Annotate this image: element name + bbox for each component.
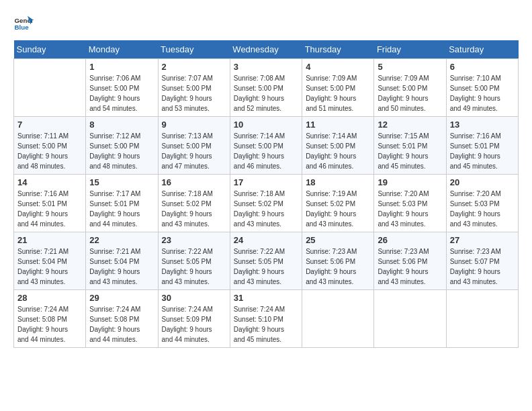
- day-number: 7: [17, 120, 82, 130]
- calendar-cell: 7Sunrise: 7:11 AM Sunset: 5:00 PM Daylig…: [14, 117, 86, 175]
- day-info: Sunrise: 7:21 AM Sunset: 5:04 PM Dayligh…: [89, 246, 154, 287]
- day-number: 22: [89, 235, 154, 245]
- day-number: 21: [17, 235, 82, 245]
- day-number: 23: [162, 235, 226, 245]
- page-header: General Blue: [13, 13, 519, 34]
- calendar-cell: 1Sunrise: 7:06 AM Sunset: 5:00 PM Daylig…: [86, 59, 158, 117]
- calendar-cell: [14, 59, 86, 117]
- day-number: 30: [162, 293, 226, 303]
- day-info: Sunrise: 7:18 AM Sunset: 5:02 PM Dayligh…: [162, 189, 226, 229]
- day-info: Sunrise: 7:16 AM Sunset: 5:01 PM Dayligh…: [450, 131, 515, 171]
- day-info: Sunrise: 7:08 AM Sunset: 5:00 PM Dayligh…: [234, 73, 298, 113]
- day-number: 5: [378, 62, 442, 72]
- day-number: 1: [89, 62, 154, 72]
- day-number: 17: [234, 177, 298, 187]
- calendar-cell: 8Sunrise: 7:12 AM Sunset: 5:00 PM Daylig…: [86, 117, 158, 175]
- day-info: Sunrise: 7:24 AM Sunset: 5:08 PM Dayligh…: [17, 304, 82, 345]
- day-info: Sunrise: 7:18 AM Sunset: 5:02 PM Dayligh…: [234, 189, 298, 229]
- calendar-cell: 5Sunrise: 7:09 AM Sunset: 5:00 PM Daylig…: [374, 59, 446, 117]
- day-number: 16: [162, 177, 226, 187]
- calendar-cell: 9Sunrise: 7:13 AM Sunset: 5:00 PM Daylig…: [158, 117, 230, 175]
- calendar-cell: 6Sunrise: 7:10 AM Sunset: 5:00 PM Daylig…: [446, 59, 518, 117]
- day-info: Sunrise: 7:14 AM Sunset: 5:00 PM Dayligh…: [306, 131, 370, 171]
- day-info: Sunrise: 7:15 AM Sunset: 5:01 PM Dayligh…: [378, 131, 442, 171]
- weekday-header-thursday: Thursday: [302, 40, 374, 59]
- weekday-header-tuesday: Tuesday: [158, 40, 230, 59]
- day-number: 12: [378, 120, 442, 130]
- day-number: 29: [89, 293, 154, 303]
- day-number: 14: [17, 177, 82, 187]
- day-info: Sunrise: 7:24 AM Sunset: 5:08 PM Dayligh…: [89, 304, 154, 345]
- calendar-cell: 18Sunrise: 7:19 AM Sunset: 5:02 PM Dayli…: [302, 175, 374, 232]
- day-number: 25: [306, 235, 370, 245]
- calendar-cell: 23Sunrise: 7:22 AM Sunset: 5:05 PM Dayli…: [158, 232, 230, 290]
- day-number: 2: [162, 62, 226, 72]
- day-number: 4: [306, 62, 370, 72]
- weekday-header-sunday: Sunday: [14, 40, 86, 59]
- day-info: Sunrise: 7:23 AM Sunset: 5:07 PM Dayligh…: [450, 246, 515, 287]
- calendar-cell: [374, 290, 446, 348]
- day-number: 20: [450, 177, 515, 187]
- day-number: 13: [450, 120, 515, 130]
- day-info: Sunrise: 7:11 AM Sunset: 5:00 PM Dayligh…: [17, 131, 82, 171]
- calendar-cell: 19Sunrise: 7:20 AM Sunset: 5:03 PM Dayli…: [374, 175, 446, 232]
- calendar-cell: 29Sunrise: 7:24 AM Sunset: 5:08 PM Dayli…: [86, 290, 158, 348]
- calendar-cell: 24Sunrise: 7:22 AM Sunset: 5:05 PM Dayli…: [230, 232, 302, 290]
- day-info: Sunrise: 7:22 AM Sunset: 5:05 PM Dayligh…: [234, 246, 298, 287]
- calendar-cell: 30Sunrise: 7:24 AM Sunset: 5:09 PM Dayli…: [158, 290, 230, 348]
- calendar-cell: [302, 290, 374, 348]
- day-number: 31: [234, 293, 298, 303]
- logo: General Blue: [13, 13, 34, 34]
- day-number: 8: [89, 120, 154, 130]
- day-info: Sunrise: 7:24 AM Sunset: 5:10 PM Dayligh…: [234, 304, 298, 345]
- calendar-cell: [446, 290, 518, 348]
- day-info: Sunrise: 7:06 AM Sunset: 5:00 PM Dayligh…: [89, 73, 154, 113]
- day-number: 24: [234, 235, 298, 245]
- day-info: Sunrise: 7:10 AM Sunset: 5:00 PM Dayligh…: [450, 73, 515, 113]
- day-number: 9: [162, 120, 226, 130]
- calendar-cell: 10Sunrise: 7:14 AM Sunset: 5:00 PM Dayli…: [230, 117, 302, 175]
- calendar-cell: 20Sunrise: 7:20 AM Sunset: 5:03 PM Dayli…: [446, 175, 518, 232]
- day-info: Sunrise: 7:16 AM Sunset: 5:01 PM Dayligh…: [17, 189, 82, 229]
- day-info: Sunrise: 7:20 AM Sunset: 5:03 PM Dayligh…: [378, 189, 442, 229]
- calendar-cell: 11Sunrise: 7:14 AM Sunset: 5:00 PM Dayli…: [302, 117, 374, 175]
- day-info: Sunrise: 7:09 AM Sunset: 5:00 PM Dayligh…: [306, 73, 370, 113]
- day-number: 15: [89, 177, 154, 187]
- calendar-cell: 21Sunrise: 7:21 AM Sunset: 5:04 PM Dayli…: [14, 232, 86, 290]
- weekday-header-saturday: Saturday: [446, 40, 518, 59]
- calendar-cell: 25Sunrise: 7:23 AM Sunset: 5:06 PM Dayli…: [302, 232, 374, 290]
- svg-text:Blue: Blue: [15, 24, 30, 31]
- calendar-cell: 27Sunrise: 7:23 AM Sunset: 5:07 PM Dayli…: [446, 232, 518, 290]
- day-info: Sunrise: 7:07 AM Sunset: 5:00 PM Dayligh…: [162, 73, 226, 113]
- day-info: Sunrise: 7:19 AM Sunset: 5:02 PM Dayligh…: [306, 189, 370, 229]
- calendar-cell: 16Sunrise: 7:18 AM Sunset: 5:02 PM Dayli…: [158, 175, 230, 232]
- day-info: Sunrise: 7:14 AM Sunset: 5:00 PM Dayligh…: [234, 131, 298, 171]
- calendar-cell: 14Sunrise: 7:16 AM Sunset: 5:01 PM Dayli…: [14, 175, 86, 232]
- day-number: 10: [234, 120, 298, 130]
- calendar-cell: 22Sunrise: 7:21 AM Sunset: 5:04 PM Dayli…: [86, 232, 158, 290]
- calendar-cell: 15Sunrise: 7:17 AM Sunset: 5:01 PM Dayli…: [86, 175, 158, 232]
- day-number: 6: [450, 62, 515, 72]
- calendar-cell: 17Sunrise: 7:18 AM Sunset: 5:02 PM Dayli…: [230, 175, 302, 232]
- day-number: 11: [306, 120, 370, 130]
- day-info: Sunrise: 7:09 AM Sunset: 5:00 PM Dayligh…: [378, 73, 442, 113]
- day-number: 18: [306, 177, 370, 187]
- day-info: Sunrise: 7:17 AM Sunset: 5:01 PM Dayligh…: [89, 189, 154, 229]
- day-number: 28: [17, 293, 82, 303]
- day-number: 27: [450, 235, 515, 245]
- calendar-table: SundayMondayTuesdayWednesdayThursdayFrid…: [13, 40, 519, 348]
- day-info: Sunrise: 7:23 AM Sunset: 5:06 PM Dayligh…: [306, 246, 370, 287]
- weekday-header-monday: Monday: [86, 40, 158, 59]
- calendar-cell: 12Sunrise: 7:15 AM Sunset: 5:01 PM Dayli…: [374, 117, 446, 175]
- day-info: Sunrise: 7:21 AM Sunset: 5:04 PM Dayligh…: [17, 246, 82, 287]
- day-number: 3: [234, 62, 298, 72]
- day-info: Sunrise: 7:23 AM Sunset: 5:06 PM Dayligh…: [378, 246, 442, 287]
- day-info: Sunrise: 7:22 AM Sunset: 5:05 PM Dayligh…: [162, 246, 226, 287]
- day-number: 19: [378, 177, 442, 187]
- day-info: Sunrise: 7:20 AM Sunset: 5:03 PM Dayligh…: [450, 189, 515, 229]
- calendar-cell: 2Sunrise: 7:07 AM Sunset: 5:00 PM Daylig…: [158, 59, 230, 117]
- calendar-cell: 13Sunrise: 7:16 AM Sunset: 5:01 PM Dayli…: [446, 117, 518, 175]
- day-info: Sunrise: 7:24 AM Sunset: 5:09 PM Dayligh…: [162, 304, 226, 345]
- weekday-header-wednesday: Wednesday: [230, 40, 302, 59]
- calendar-cell: 31Sunrise: 7:24 AM Sunset: 5:10 PM Dayli…: [230, 290, 302, 348]
